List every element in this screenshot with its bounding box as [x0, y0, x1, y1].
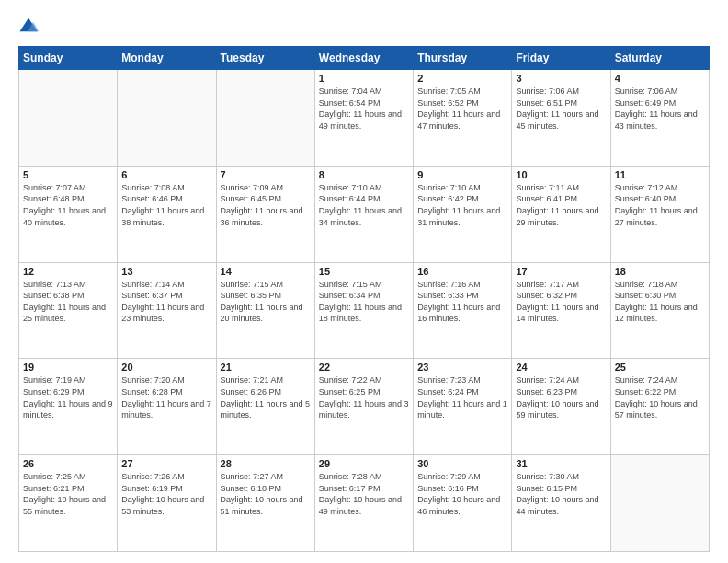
weekday-header-wednesday: Wednesday: [314, 47, 413, 70]
calendar-cell: 20Sunrise: 7:20 AM Sunset: 6:28 PM Dayli…: [118, 359, 216, 455]
day-number: 17: [516, 266, 606, 277]
day-info: Sunrise: 7:27 AM Sunset: 6:18 PM Dayligh…: [221, 471, 311, 517]
day-number: 1: [319, 73, 409, 84]
day-number: 27: [121, 458, 211, 469]
calendar-cell: 6Sunrise: 7:08 AM Sunset: 6:46 PM Daylig…: [118, 166, 216, 262]
day-number: 11: [615, 169, 705, 180]
calendar-cell: 26Sunrise: 7:25 AM Sunset: 6:21 PM Dayli…: [19, 455, 118, 552]
calendar-cell: 16Sunrise: 7:16 AM Sunset: 6:33 PM Dayli…: [414, 262, 512, 359]
day-info: Sunrise: 7:10 AM Sunset: 6:44 PM Dayligh…: [319, 182, 409, 228]
calendar-cell: 22Sunrise: 7:22 AM Sunset: 6:25 PM Dayli…: [314, 359, 413, 455]
week-row-1: 1Sunrise: 7:04 AM Sunset: 6:54 PM Daylig…: [19, 70, 710, 167]
day-number: 10: [516, 169, 606, 180]
day-number: 21: [221, 362, 311, 373]
day-number: 4: [615, 73, 705, 84]
week-row-2: 5Sunrise: 7:07 AM Sunset: 6:48 PM Daylig…: [19, 166, 710, 262]
calendar-cell: 18Sunrise: 7:18 AM Sunset: 6:30 PM Dayli…: [610, 262, 709, 359]
day-info: Sunrise: 7:15 AM Sunset: 6:34 PM Dayligh…: [319, 279, 409, 325]
calendar-cell: 25Sunrise: 7:24 AM Sunset: 6:22 PM Dayli…: [610, 359, 709, 455]
day-info: Sunrise: 7:15 AM Sunset: 6:35 PM Dayligh…: [221, 279, 311, 325]
day-number: 23: [417, 362, 507, 373]
logo: [18, 17, 42, 37]
day-number: 30: [417, 458, 507, 469]
calendar-cell: 24Sunrise: 7:24 AM Sunset: 6:23 PM Dayli…: [512, 359, 610, 455]
day-info: Sunrise: 7:25 AM Sunset: 6:21 PM Dayligh…: [23, 471, 113, 517]
weekday-header-tuesday: Tuesday: [216, 47, 314, 70]
day-info: Sunrise: 7:29 AM Sunset: 6:16 PM Dayligh…: [417, 471, 507, 517]
day-info: Sunrise: 7:13 AM Sunset: 6:38 PM Dayligh…: [23, 279, 113, 325]
calendar-cell: [216, 70, 314, 167]
calendar-cell: 28Sunrise: 7:27 AM Sunset: 6:18 PM Dayli…: [216, 455, 314, 552]
day-info: Sunrise: 7:17 AM Sunset: 6:32 PM Dayligh…: [516, 279, 606, 325]
week-row-4: 19Sunrise: 7:19 AM Sunset: 6:29 PM Dayli…: [19, 359, 710, 455]
calendar-cell: 11Sunrise: 7:12 AM Sunset: 6:40 PM Dayli…: [610, 166, 709, 262]
day-number: 2: [417, 73, 507, 84]
weekday-header-saturday: Saturday: [610, 47, 709, 70]
calendar-table: SundayMondayTuesdayWednesdayThursdayFrid…: [18, 46, 710, 552]
day-number: 5: [23, 169, 113, 180]
weekday-header-thursday: Thursday: [414, 47, 512, 70]
calendar-cell: 7Sunrise: 7:09 AM Sunset: 6:45 PM Daylig…: [216, 166, 314, 262]
day-info: Sunrise: 7:16 AM Sunset: 6:33 PM Dayligh…: [417, 279, 507, 325]
day-info: Sunrise: 7:26 AM Sunset: 6:19 PM Dayligh…: [121, 471, 211, 517]
calendar-cell: 2Sunrise: 7:05 AM Sunset: 6:52 PM Daylig…: [414, 70, 512, 167]
calendar-cell: 5Sunrise: 7:07 AM Sunset: 6:48 PM Daylig…: [19, 166, 118, 262]
day-info: Sunrise: 7:05 AM Sunset: 6:52 PM Dayligh…: [417, 86, 507, 132]
day-number: 3: [516, 73, 606, 84]
calendar-cell: 29Sunrise: 7:28 AM Sunset: 6:17 PM Dayli…: [314, 455, 413, 552]
calendar-cell: 27Sunrise: 7:26 AM Sunset: 6:19 PM Dayli…: [118, 455, 216, 552]
calendar-cell: 8Sunrise: 7:10 AM Sunset: 6:44 PM Daylig…: [314, 166, 413, 262]
day-info: Sunrise: 7:06 AM Sunset: 6:51 PM Dayligh…: [516, 86, 606, 132]
calendar-cell: 13Sunrise: 7:14 AM Sunset: 6:37 PM Dayli…: [118, 262, 216, 359]
calendar-cell: 19Sunrise: 7:19 AM Sunset: 6:29 PM Dayli…: [19, 359, 118, 455]
day-info: Sunrise: 7:19 AM Sunset: 6:29 PM Dayligh…: [23, 374, 113, 420]
week-row-5: 26Sunrise: 7:25 AM Sunset: 6:21 PM Dayli…: [19, 455, 710, 552]
day-number: 25: [615, 362, 705, 373]
weekday-header-row: SundayMondayTuesdayWednesdayThursdayFrid…: [19, 47, 710, 70]
calendar-cell: 1Sunrise: 7:04 AM Sunset: 6:54 PM Daylig…: [314, 70, 413, 167]
day-info: Sunrise: 7:20 AM Sunset: 6:28 PM Dayligh…: [121, 374, 211, 420]
header: [18, 17, 710, 37]
day-number: 26: [23, 458, 113, 469]
weekday-header-sunday: Sunday: [19, 47, 118, 70]
day-info: Sunrise: 7:07 AM Sunset: 6:48 PM Dayligh…: [23, 182, 113, 228]
calendar-cell: 9Sunrise: 7:10 AM Sunset: 6:42 PM Daylig…: [414, 166, 512, 262]
calendar-cell: 3Sunrise: 7:06 AM Sunset: 6:51 PM Daylig…: [512, 70, 610, 167]
day-number: 7: [221, 169, 311, 180]
day-info: Sunrise: 7:06 AM Sunset: 6:49 PM Dayligh…: [615, 86, 705, 132]
day-number: 13: [121, 266, 211, 277]
page: SundayMondayTuesdayWednesdayThursdayFrid…: [0, 0, 728, 563]
calendar-cell: 23Sunrise: 7:23 AM Sunset: 6:24 PM Dayli…: [414, 359, 512, 455]
day-number: 24: [516, 362, 606, 373]
calendar-cell: 12Sunrise: 7:13 AM Sunset: 6:38 PM Dayli…: [19, 262, 118, 359]
day-number: 9: [417, 169, 507, 180]
day-number: 29: [319, 458, 409, 469]
day-number: 15: [319, 266, 409, 277]
day-number: 14: [221, 266, 311, 277]
day-number: 18: [615, 266, 705, 277]
day-info: Sunrise: 7:21 AM Sunset: 6:26 PM Dayligh…: [221, 374, 311, 420]
weekday-header-friday: Friday: [512, 47, 610, 70]
calendar-cell: 17Sunrise: 7:17 AM Sunset: 6:32 PM Dayli…: [512, 262, 610, 359]
day-info: Sunrise: 7:11 AM Sunset: 6:41 PM Dayligh…: [516, 182, 606, 228]
logo-icon: [18, 17, 39, 37]
day-number: 16: [417, 266, 507, 277]
day-info: Sunrise: 7:09 AM Sunset: 6:45 PM Dayligh…: [221, 182, 311, 228]
day-info: Sunrise: 7:04 AM Sunset: 6:54 PM Dayligh…: [319, 86, 409, 132]
calendar-cell: 4Sunrise: 7:06 AM Sunset: 6:49 PM Daylig…: [610, 70, 709, 167]
day-info: Sunrise: 7:08 AM Sunset: 6:46 PM Dayligh…: [121, 182, 211, 228]
calendar-cell: 14Sunrise: 7:15 AM Sunset: 6:35 PM Dayli…: [216, 262, 314, 359]
day-info: Sunrise: 7:22 AM Sunset: 6:25 PM Dayligh…: [319, 374, 409, 420]
calendar-cell: [610, 455, 709, 552]
weekday-header-monday: Monday: [118, 47, 216, 70]
day-number: 19: [23, 362, 113, 373]
calendar-cell: 30Sunrise: 7:29 AM Sunset: 6:16 PM Dayli…: [414, 455, 512, 552]
calendar-cell: 15Sunrise: 7:15 AM Sunset: 6:34 PM Dayli…: [314, 262, 413, 359]
day-number: 8: [319, 169, 409, 180]
day-info: Sunrise: 7:24 AM Sunset: 6:23 PM Dayligh…: [516, 374, 606, 420]
day-number: 22: [319, 362, 409, 373]
calendar-cell: 21Sunrise: 7:21 AM Sunset: 6:26 PM Dayli…: [216, 359, 314, 455]
day-info: Sunrise: 7:18 AM Sunset: 6:30 PM Dayligh…: [615, 279, 705, 325]
day-info: Sunrise: 7:10 AM Sunset: 6:42 PM Dayligh…: [417, 182, 507, 228]
day-info: Sunrise: 7:24 AM Sunset: 6:22 PM Dayligh…: [615, 374, 705, 420]
